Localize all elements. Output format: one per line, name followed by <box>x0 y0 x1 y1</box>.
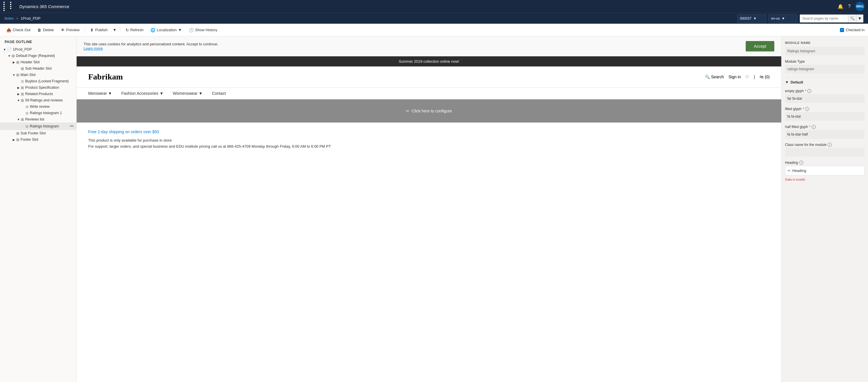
breadcrumb-link[interactable]: fedev <box>5 16 14 21</box>
nav-menu-contact[interactable]: Contact <box>212 91 226 96</box>
sidebar-item-1prod-pdp[interactable]: ▼ 📄 1Prod_PDP <box>0 46 76 53</box>
module-icon: ⊞ <box>21 92 24 96</box>
module-type-input[interactable] <box>785 65 865 73</box>
nav-wishlist[interactable]: ♡ <box>745 74 749 79</box>
pages-search-box: 🔍 ▼ <box>800 14 863 23</box>
sidebar-item-default-page[interactable]: ▼ ⊞ Default Page (Required) <box>0 53 76 59</box>
nav-divider: | <box>754 74 755 79</box>
cookie-text: This site uses cookies for analytics and… <box>84 42 218 46</box>
nav-menu-womenswear[interactable]: Womenswear ▼ <box>173 91 203 96</box>
pages-search-input[interactable] <box>800 15 848 22</box>
publish-icon: ⬆ <box>90 28 94 32</box>
show-history-button[interactable]: 🕐 Show History <box>186 25 220 35</box>
filled-glyph-info-icon[interactable]: i <box>805 107 809 111</box>
nav-menu-fashion[interactable]: Fashion Accessories ▼ <box>121 91 163 96</box>
sidebar-item-footer-slot[interactable]: ▶ ⊞ Footer Slot <box>0 136 76 143</box>
heading-info-icon[interactable]: i <box>799 161 803 165</box>
delete-button[interactable]: 🗑 Delete <box>34 25 57 35</box>
tree-action-more[interactable]: ••• <box>69 123 74 129</box>
class-name-info-icon[interactable]: i <box>828 143 832 147</box>
sidebar-item-sub-header-slot[interactable]: ⊞ Sub Header Slot <box>0 65 76 72</box>
class-name-field: Class name for the module i <box>785 143 865 157</box>
product-note: This product is only available for purch… <box>88 137 770 150</box>
module-icon: ⊞ <box>21 117 24 122</box>
locale-dropdown[interactable]: en-us ▼ <box>769 14 798 23</box>
app-title: Dynamics 365 Commerce <box>19 4 834 9</box>
locked-icon: ⊙ <box>21 79 24 84</box>
nav-menu-menswear[interactable]: Menswear ▼ <box>88 91 112 96</box>
tree-toggle[interactable]: ▶ <box>11 137 16 142</box>
sidebar-item-ratings-reviews[interactable]: ▼ ⊞ 59 Ratings and reviews <box>0 97 76 103</box>
checked-in-label: Checked in <box>846 28 865 32</box>
user-avatar[interactable]: MRG <box>855 2 865 11</box>
tree-toggle[interactable]: ▼ <box>2 47 7 52</box>
sidebar-item-header-slot[interactable]: ▶ ⊞ Header Slot <box>0 59 76 65</box>
sidebar-item-buybox[interactable]: ⊙ Buybox (Locked Fragment) <box>0 78 76 84</box>
nav-signin[interactable]: Sign in <box>728 74 741 79</box>
apps-grid-icon[interactable] <box>3 2 16 11</box>
module-name-input[interactable] <box>785 47 865 56</box>
tree-toggle[interactable]: ▼ <box>7 54 11 58</box>
store-id-dropdown[interactable]: 000037 ▼ <box>737 14 766 23</box>
half-filled-glyph-input[interactable] <box>785 130 865 139</box>
half-filled-glyph-info-icon[interactable]: i <box>812 125 816 129</box>
breadcrumb-separator: > <box>16 16 19 21</box>
preview-button[interactable]: 👁 Preview <box>58 25 83 35</box>
preview-scroll[interactable]: This site uses cookies for analytics and… <box>76 36 781 382</box>
site-logo[interactable]: Fabrikam <box>88 72 123 82</box>
search-dropdown-button[interactable]: ▼ <box>856 14 863 23</box>
sidebar-item-related-products[interactable]: ▶ ⊞ Related Products <box>0 91 76 97</box>
notification-icon[interactable]: 🔔 <box>838 4 843 9</box>
sidebar-item-sub-footer-slot[interactable]: ⊞ Sub Footer Slot <box>0 130 76 136</box>
nav-search[interactable]: 🔍 Search <box>705 74 724 79</box>
toolbar-divider-1 <box>85 27 85 34</box>
sidebar-item-ratings-histogram-1[interactable]: ⊙ Ratings histogram 1 <box>0 110 76 116</box>
class-name-input[interactable] <box>785 148 865 157</box>
sidebar-item-write-review[interactable]: ⊙ Write review <box>0 103 76 110</box>
slot-icon: ⊞ <box>16 73 19 77</box>
accept-cookies-button[interactable]: Accept <box>746 41 774 52</box>
history-icon: 🕐 <box>189 28 194 32</box>
help-icon[interactable]: ? <box>848 4 851 9</box>
cookie-info: This site uses cookies for analytics and… <box>84 42 218 51</box>
nav-cart[interactable]: 🛍 (0) <box>760 74 770 79</box>
sidebar-item-main-slot[interactable]: ▼ ⊞ Main Slot <box>0 72 76 78</box>
sidebar-item-reviews-list[interactable]: ▼ ⊞ Reviews list <box>0 116 76 123</box>
sidebar-item-label: Write review <box>30 105 76 109</box>
sidebar-header: Page Outline <box>0 36 76 46</box>
tree-toggle[interactable]: ▶ <box>16 92 21 96</box>
checked-in-status: Checked in <box>840 28 865 32</box>
empty-glyph-info-icon[interactable]: i <box>807 89 811 93</box>
search-button[interactable]: 🔍 <box>848 14 856 23</box>
sidebar-item-label: Related Products <box>25 92 76 96</box>
tree-toggle[interactable]: ▼ <box>11 72 16 77</box>
empty-glyph-input[interactable] <box>785 94 865 103</box>
sidebar-item-label: Default Page (Required) <box>16 54 76 58</box>
store-id-chevron: ▼ <box>753 17 757 21</box>
cookie-banner: This site uses cookies for analytics and… <box>76 36 781 56</box>
filled-glyph-input[interactable] <box>785 112 865 121</box>
sidebar-item-label: Sub Header Slot <box>25 66 76 70</box>
nav-menu: Menswear ▼ Fashion Accessories ▼ Womensw… <box>76 88 781 99</box>
tree-toggle[interactable]: ▶ <box>16 85 21 90</box>
tree-toggle[interactable]: ▼ <box>16 98 21 103</box>
localization-label: Localization <box>157 28 177 32</box>
locale-value: en-us <box>771 17 780 21</box>
sidebar-item-ratings-histogram[interactable]: ⊙ Ratings histogram ••• <box>0 123 76 130</box>
publish-button[interactable]: ⬆ Publish <box>87 25 111 35</box>
default-section-collapse[interactable]: ▼ Default <box>785 77 865 87</box>
sidebar-item-label: Reviews list <box>25 117 76 121</box>
localization-button[interactable]: 🌐 Localization ▼ <box>148 25 185 35</box>
publish-dropdown-button[interactable]: ▼ <box>112 25 118 35</box>
refresh-button[interactable]: ↻ Refresh <box>123 25 147 35</box>
config-placeholder[interactable]: ✂ Click here to configure <box>76 99 781 123</box>
required-indicator: * <box>805 89 806 93</box>
checkout-button[interactable]: 📤 Check Out <box>3 25 33 35</box>
tree-toggle[interactable]: ▶ <box>11 60 16 64</box>
tree-toggle[interactable]: ▼ <box>16 117 21 122</box>
module-type-label: Module Type <box>785 60 865 64</box>
cookie-learn-more-link[interactable]: Learn more <box>84 46 103 51</box>
heading-edit-button[interactable]: ✏ Heading <box>787 168 862 173</box>
checked-in-checkbox[interactable] <box>840 28 844 32</box>
sidebar-item-product-spec[interactable]: ▶ ⊞ Product Specification <box>0 84 76 91</box>
